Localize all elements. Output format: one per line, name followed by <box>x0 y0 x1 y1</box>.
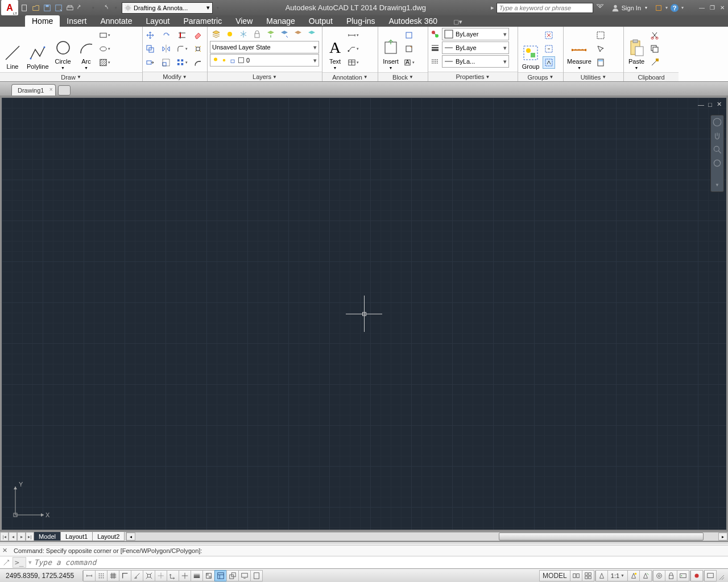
panel-draw-title[interactable]: Draw ▼ <box>0 72 142 81</box>
annotation-visibility-toggle[interactable] <box>627 570 640 581</box>
vp-minimize-icon[interactable]: — <box>697 101 705 108</box>
qat-saveas-icon[interactable] <box>53 3 64 13</box>
lineweight-toggle[interactable] <box>191 570 203 581</box>
layer-lock-button[interactable] <box>251 28 263 40</box>
text-button[interactable]: AText▼ <box>324 28 346 71</box>
tab-output[interactable]: Output <box>302 15 340 27</box>
tab-annotate[interactable]: Annotate <box>93 15 139 27</box>
linetype-dropdown[interactable]: ByLa...▾ <box>442 55 509 68</box>
layer-freeze-button[interactable] <box>237 28 250 40</box>
clean-screen-toggle[interactable] <box>704 570 717 581</box>
panel-groups-title[interactable]: Groups ▼ <box>518 72 563 81</box>
qat-undo-dropdown[interactable] <box>88 3 98 13</box>
copy-button[interactable] <box>144 43 156 55</box>
tab-parametric[interactable]: Parametric <box>176 15 229 27</box>
layer-isolate-button[interactable] <box>305 28 318 40</box>
qat-undo-icon[interactable] <box>76 3 86 13</box>
panel-layers-title[interactable]: Layers ▼ <box>208 72 322 81</box>
rotate-button[interactable] <box>160 29 172 41</box>
annotation-scale-dropdown[interactable]: 1:1▼ <box>607 570 628 581</box>
qat-plot-icon[interactable] <box>65 3 75 13</box>
file-tab-close-icon[interactable]: × <box>49 86 53 93</box>
tab-layout[interactable]: Layout <box>139 15 176 27</box>
window-restore-icon[interactable]: ❐ <box>708 4 717 12</box>
sign-in-button[interactable]: Sign In ▾ <box>607 4 652 12</box>
stretch-button[interactable] <box>144 56 156 69</box>
measure-button[interactable]: Measure▼ <box>565 28 594 71</box>
drawing-canvas[interactable]: Y X — □ ✕ ▼ <box>0 95 728 531</box>
nav-expand-icon[interactable]: ▼ <box>712 180 722 190</box>
exchange-apps-icon[interactable] <box>653 2 664 14</box>
hscroll-thumb[interactable] <box>499 533 703 541</box>
panel-utilities-title[interactable]: Utilities ▼ <box>564 72 623 81</box>
create-block-button[interactable] <box>403 29 415 41</box>
info-center-search[interactable] <box>497 3 593 13</box>
layout-prev-button[interactable]: ◂ <box>9 532 17 541</box>
group-button[interactable]: Group <box>519 28 542 71</box>
erase-button[interactable] <box>192 29 204 41</box>
tab-manage[interactable]: Manage <box>259 15 302 27</box>
panel-properties-title[interactable]: Properties ▼ <box>428 72 518 81</box>
workspace-switch-button[interactable] <box>653 570 665 581</box>
grid-toggle[interactable] <box>107 570 119 581</box>
tab-plugins[interactable]: Plug-ins <box>340 15 382 27</box>
layout-quickview-button[interactable] <box>570 570 582 581</box>
window-close-icon[interactable]: ✕ <box>718 4 727 12</box>
infer-constraints-toggle[interactable] <box>83 570 96 581</box>
trim-button[interactable] <box>176 29 188 41</box>
layer-make-current-button[interactable] <box>264 28 277 40</box>
qat-open-icon[interactable] <box>31 3 41 13</box>
window-minimize-icon[interactable]: — <box>697 4 706 12</box>
hscroll-left-arrow[interactable]: ◂ <box>126 533 135 541</box>
ducs-toggle[interactable] <box>167 570 179 581</box>
command-handle-icon[interactable] <box>2 559 10 567</box>
nav-orbit-icon[interactable] <box>712 158 722 168</box>
quick-properties-toggle[interactable] <box>214 570 227 581</box>
edit-attributes-button[interactable]: A <box>403 56 415 69</box>
horizontal-scrollbar[interactable]: ◂ ▸ <box>126 532 728 541</box>
layer-previous-button[interactable] <box>292 28 304 40</box>
explode-button[interactable] <box>192 43 204 55</box>
search-button-icon[interactable] <box>594 2 606 14</box>
layout-tab-layout1[interactable]: Layout1 <box>60 532 93 541</box>
move-button[interactable] <box>144 29 156 41</box>
layer-match-button[interactable] <box>278 28 291 40</box>
panel-clipboard-title[interactable]: Clipboard <box>624 72 679 81</box>
file-tab-new-button[interactable] <box>58 85 71 95</box>
file-tab-drawing1[interactable]: Drawing1 × <box>11 84 56 95</box>
dyn-input-toggle[interactable] <box>179 570 191 581</box>
tab-autodesk360[interactable]: Autodesk 360 <box>382 15 444 27</box>
isolate-objects-button[interactable] <box>690 570 703 581</box>
edit-block-button[interactable] <box>403 43 415 55</box>
layer-state-dropdown[interactable]: Unsaved Layer State▾ <box>210 41 319 53</box>
panel-block-title[interactable]: Block ▼ <box>378 72 428 81</box>
layout-tab-layout2[interactable]: Layout2 <box>92 532 125 541</box>
quickcalc-button[interactable] <box>594 56 607 69</box>
model-paper-toggle[interactable] <box>250 570 263 581</box>
ribbon-minimize-icon[interactable]: ▢▾ <box>450 17 466 27</box>
help-icon[interactable]: ? <box>669 2 680 14</box>
circle-button[interactable]: Circle▼ <box>52 28 75 71</box>
dimension-linear-button[interactable] <box>347 29 359 41</box>
annotation-autoscale-toggle[interactable] <box>639 570 652 581</box>
scale-button[interactable] <box>160 56 172 69</box>
polyline-button[interactable]: Polyline <box>24 28 51 71</box>
offset-button[interactable] <box>192 56 204 69</box>
array-button[interactable] <box>176 56 188 69</box>
insert-block-button[interactable]: Insert▼ <box>379 28 402 71</box>
drawing-quickview-button[interactable] <box>582 570 594 581</box>
model-space-button[interactable]: MODEL <box>539 570 570 581</box>
ortho-toggle[interactable] <box>119 570 131 581</box>
osnap-toggle[interactable] <box>143 570 155 581</box>
command-close-icon[interactable]: ✕ <box>2 547 10 555</box>
layout-tab-model[interactable]: Model <box>34 532 61 541</box>
polar-toggle[interactable] <box>131 570 143 581</box>
color-dropdown[interactable]: ByLayer▾ <box>442 28 509 40</box>
layer-props-button[interactable] <box>210 28 222 40</box>
app-menu-button[interactable]: A <box>1 0 18 15</box>
resize-grip-icon[interactable] <box>717 570 726 581</box>
paste-button[interactable]: Paste▼ <box>625 28 648 71</box>
layout-first-button[interactable]: |◂ <box>0 532 9 541</box>
snap-toggle[interactable] <box>95 570 107 581</box>
panel-modify-title[interactable]: Modify ▼ <box>143 72 207 81</box>
